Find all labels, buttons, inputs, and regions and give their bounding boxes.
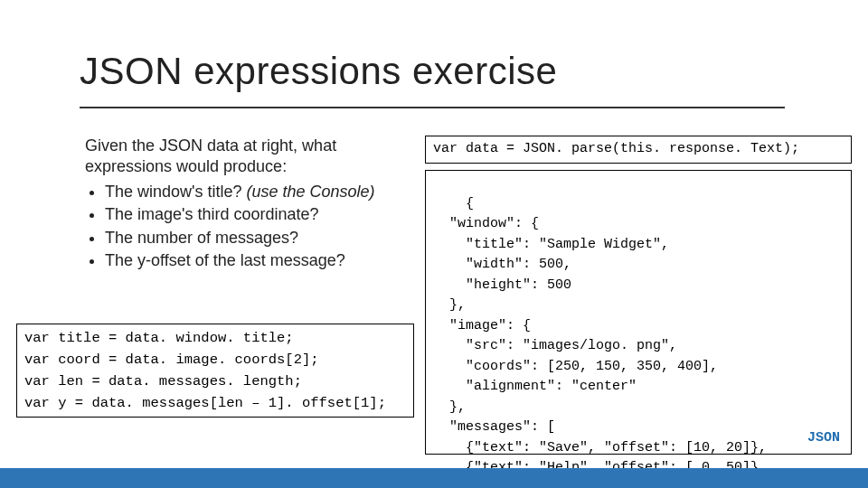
bullet-item: The image's third coordinate? xyxy=(105,204,401,225)
bullet-text: The window's title? xyxy=(105,183,247,201)
code-answers: var title = data. window. title; var coo… xyxy=(16,324,414,418)
bullet-text: The y-offset of the last message? xyxy=(105,251,345,269)
bullet-italic: (use the Console) xyxy=(247,183,375,201)
bullet-text: The number of messages? xyxy=(105,229,298,247)
code-json-data: { "window": { "title": "Sample Widget", … xyxy=(425,170,852,455)
bullet-item: The number of messages? xyxy=(105,228,401,249)
prompt-bullets: The window's title? (use the Console) Th… xyxy=(85,182,401,272)
exercise-prompt: Given the JSON data at right, what expre… xyxy=(85,136,401,273)
page-title: JSON expressions exercise xyxy=(80,50,557,93)
slide: JSON expressions exercise Given the JSON… xyxy=(0,0,868,488)
prompt-intro: Given the JSON data at right, what expre… xyxy=(85,136,336,175)
bullet-item: The window's title? (use the Console) xyxy=(105,182,401,202)
title-underline xyxy=(80,107,785,108)
footer-accent-bar xyxy=(0,468,868,488)
bullet-text: The image's third coordinate? xyxy=(105,205,319,223)
code-parse-line: var data = JSON. parse(this. response. T… xyxy=(425,136,852,164)
json-label: JSON xyxy=(807,428,840,449)
json-text: { "window": { "title": "Sample Widget", … xyxy=(433,196,767,489)
bullet-item: The y-offset of the last message? xyxy=(105,250,401,271)
